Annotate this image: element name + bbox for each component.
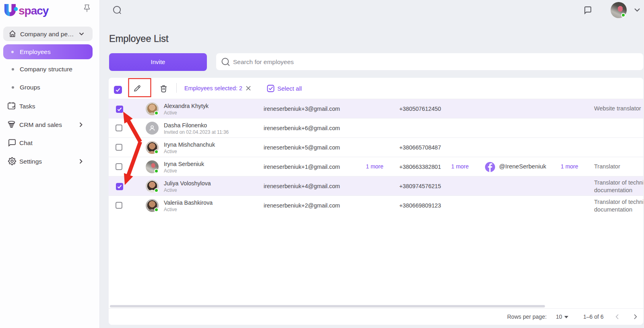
svg-text:spacy: spacy (19, 4, 49, 17)
